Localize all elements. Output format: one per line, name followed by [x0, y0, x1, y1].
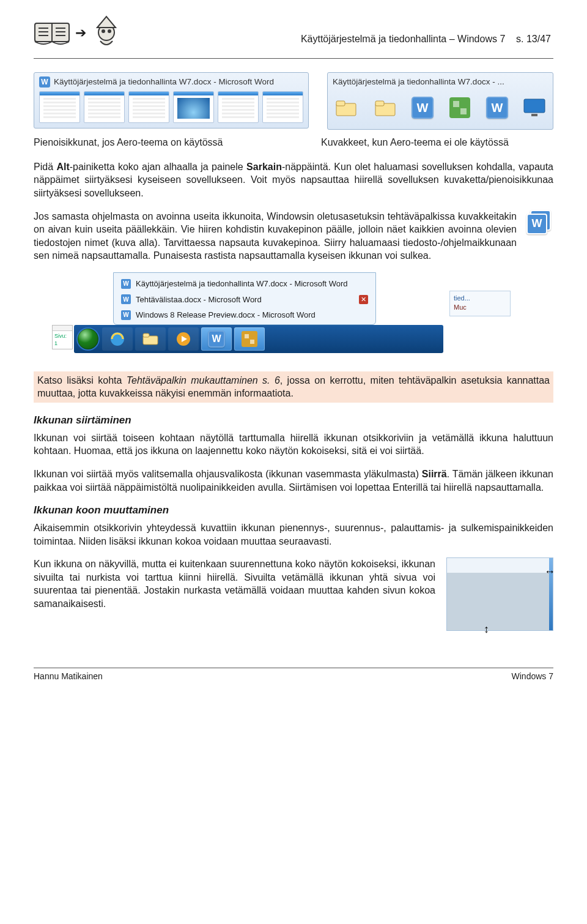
taskbar: W — [74, 325, 443, 353]
close-icon[interactable]: ✕ — [359, 295, 368, 304]
word-icon: W — [486, 97, 508, 119]
resize-figure: ↔ ↕ — [446, 557, 553, 631]
start-orb-icon[interactable] — [76, 327, 100, 351]
icon-strip: W W — [333, 91, 548, 124]
svg-rect-19 — [245, 334, 249, 338]
header-page-number: s. 13/47 — [516, 34, 551, 44]
word-icon: W — [39, 76, 50, 88]
word-icon: W — [121, 294, 131, 304]
taskbar-button-ie[interactable] — [102, 327, 133, 351]
jumplist-wrap: W Käyttöjärjestelmä ja tiedonhallinta W7… — [52, 272, 443, 325]
jumplist-item-label: Tehtävälistaa.docx - Microsoft Word — [136, 294, 262, 305]
svg-rect-10 — [460, 108, 467, 114]
word-icon: W — [412, 97, 434, 119]
word-icon: W — [121, 279, 131, 289]
svg-rect-7 — [375, 101, 384, 106]
noaero-frame-title: Käyttöjärjestelmä ja tiedonhallinta W7.d… — [333, 76, 548, 88]
svg-rect-15 — [143, 333, 149, 337]
noaero-frame-title-text: Käyttöjärjestelmä ja tiedonhallinta W7.d… — [333, 76, 504, 88]
caption-left: Pienoisikkunat, jos Aero-teema on käytös… — [34, 136, 321, 149]
jumplist-item-label: Käyttöjärjestelmä ja tiedonhallinta W7.d… — [136, 278, 348, 289]
heading-move-window: Ikkunan siirtäminen — [34, 414, 553, 428]
folder-icon — [372, 95, 398, 121]
paragraph-move-2: Ikkunan voi siirtää myös valitsemalla oh… — [34, 468, 553, 494]
wizard-icon — [91, 15, 122, 51]
screenshot-row: W Käyttöjärjestelmä ja tiedonhallinta W7… — [34, 72, 553, 130]
svg-rect-12 — [531, 114, 537, 116]
taskbar-button-mediaplayer[interactable] — [168, 327, 199, 351]
resize-row: Kun ikkuna on näkyvillä, mutta ei kuiten… — [34, 557, 553, 631]
folder-icon — [333, 95, 359, 121]
thumbnail-preview — [262, 91, 303, 123]
paragraph-resize-1: Aikaisemmin otsikkorivin yhteydessä kuva… — [34, 521, 553, 548]
heading-resize-window: Ikkunan koon muuttaminen — [34, 504, 553, 518]
footer-author: Hannu Matikainen — [34, 671, 103, 682]
taskbar-button-word[interactable]: W — [201, 327, 232, 351]
thumbnail-strip — [39, 91, 303, 123]
monitor-icon — [522, 95, 547, 121]
jumplist-item[interactable]: W Käyttöjärjestelmä ja tiedonhallinta W7… — [114, 276, 375, 292]
taskbar-button-app[interactable] — [234, 327, 265, 351]
svg-rect-11 — [524, 99, 545, 113]
svg-rect-8 — [449, 97, 470, 118]
svg-rect-18 — [242, 331, 257, 347]
thumbnail-preview — [128, 91, 169, 123]
svg-rect-9 — [453, 101, 459, 107]
thumbnail-preview — [39, 91, 80, 123]
book-icon — [34, 18, 70, 48]
thumbnail-preview — [173, 91, 214, 123]
jumplist-item[interactable]: W Tehtävälistaa.docx - Microsoft Word ✕ — [114, 292, 375, 308]
caption-row: Pienoisikkunat, jos Aero-teema on käytös… — [34, 136, 553, 149]
resize-arrow-h-icon: ↔ — [544, 564, 555, 579]
paragraph-resize-2: Kun ikkuna on näkyvillä, mutta ei kuiten… — [34, 557, 435, 631]
aero-frame-title: W Käyttöjärjestelmä ja tiedonhallinta W7… — [39, 76, 303, 88]
header-rule — [34, 58, 553, 59]
jumplist-item-label: Windows 8 Release Preview.docx - Microso… — [136, 310, 316, 321]
paragraph-stacked-text: Jos samasta ohjelmasta on avoinna useita… — [34, 210, 517, 263]
app-icon — [447, 95, 473, 121]
page-footer: Hannu Matikainen Windows 7 — [34, 668, 553, 682]
caption-right: Kuvakkeet, kun Aero-teema ei ole käytöss… — [321, 136, 553, 149]
svg-point-3 — [108, 29, 111, 33]
highlight-note: Katso lisäksi kohta Tehtäväpalkin mukaut… — [34, 371, 553, 403]
svg-point-2 — [102, 29, 105, 33]
aero-thumbnails-frame: W Käyttöjärjestelmä ja tiedonhallinta W7… — [34, 72, 309, 129]
header-title-text: Käyttöjärjestelmä ja tiedonhallinta – Wi… — [301, 34, 505, 44]
footer-os: Windows 7 — [512, 671, 553, 682]
resize-arrow-v-icon: ↕ — [484, 622, 489, 636]
jumplist-item[interactable]: W Windows 8 Release Preview.docx - Micro… — [114, 307, 375, 323]
status-bar-fragment: Sivu: 1 — [52, 325, 73, 349]
thumbnail-preview — [84, 91, 125, 123]
paragraph-alt-tab: Pidä Alt-painiketta koko ajan alhaalla j… — [34, 160, 553, 200]
background-window-fragment: tied... Muc — [449, 291, 511, 316]
page-header: ➔ Käyttöjärjestelmä ja tiedonhallinta – … — [34, 15, 553, 51]
jumplist-popup: W Käyttöjärjestelmä ja tiedonhallinta W7… — [113, 272, 376, 325]
taskbar-button-explorer[interactable] — [135, 327, 166, 351]
word-icon: W — [121, 310, 131, 320]
status-page-label: Sivu: 1 — [53, 331, 72, 348]
header-title: Käyttöjärjestelmä ja tiedonhallinta – Wi… — [301, 15, 553, 46]
aero-frame-title-text: Käyttöjärjestelmä ja tiedonhallinta W7.d… — [54, 76, 274, 88]
arrow-right-icon: ➔ — [75, 24, 86, 42]
taskbar-figure: W Käyttöjärjestelmä ja tiedonhallinta W7… — [52, 272, 443, 353]
stacked-word-icon: W W — [524, 210, 553, 237]
noaero-icons-frame: Käyttöjärjestelmä ja tiedonhallinta W7.d… — [327, 72, 553, 130]
header-icon-group: ➔ — [34, 15, 122, 51]
paragraph-stacked: Jos samasta ohjelmasta on avoinna useita… — [34, 210, 553, 263]
svg-rect-5 — [336, 101, 345, 106]
svg-rect-20 — [250, 340, 254, 344]
paragraph-move-1: Ikkunan voi siirtää toiseen kohtaan näyt… — [34, 431, 553, 458]
thumbnail-preview — [218, 91, 259, 123]
